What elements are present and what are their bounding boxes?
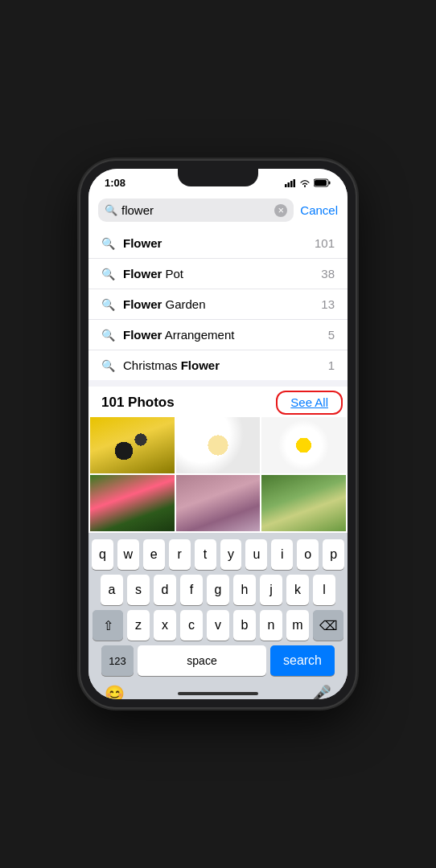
keyboard-row-3: ⇧ z x c v b n m ⌫ — [92, 610, 344, 641]
photos-section: 101 Photos See All — [88, 387, 348, 533]
key-k[interactable]: k — [286, 575, 309, 605]
svg-rect-1 — [288, 182, 290, 187]
search-key[interactable]: search — [270, 645, 335, 676]
suggestion-count-2: 38 — [321, 267, 335, 280]
photo-cell-2[interactable] — [176, 417, 261, 473]
suggestion-count-3: 13 — [321, 297, 335, 311]
photo-cell-4[interactable] — [90, 475, 175, 531]
suggestion-item-3[interactable]: 🔍 Flower Garden 13 — [88, 289, 348, 320]
photo-cell-1[interactable] — [90, 417, 175, 473]
key-a[interactable]: a — [101, 575, 123, 605]
search-bar-area: 🔍 flower Cancel — [88, 192, 348, 228]
key-b[interactable]: b — [233, 610, 256, 641]
see-all-button[interactable]: See All — [284, 392, 335, 412]
key-o[interactable]: o — [297, 539, 319, 570]
key-l[interactable]: l — [313, 575, 335, 605]
search-input[interactable]: flower — [121, 203, 270, 217]
delete-key[interactable]: ⌫ — [313, 610, 343, 641]
svg-rect-5 — [329, 182, 331, 185]
search-icon: 🔍 — [105, 204, 117, 216]
suggestion-text-1: Flower — [123, 236, 315, 250]
svg-rect-6 — [315, 180, 327, 186]
key-s[interactable]: s — [127, 575, 150, 605]
suggestion-text-5: Christmas Flower — [123, 358, 328, 372]
key-u[interactable]: u — [245, 539, 267, 570]
svg-rect-2 — [290, 181, 293, 187]
key-p[interactable]: p — [323, 539, 344, 570]
suggestion-text-4: Flower Arrangement — [123, 328, 328, 342]
suggestion-search-icon-1: 🔍 — [101, 237, 115, 250]
key-m[interactable]: m — [286, 610, 309, 641]
suggestion-item-4[interactable]: 🔍 Flower Arrangement 5 — [88, 320, 348, 350]
key-r[interactable]: r — [169, 539, 191, 570]
photo-cell-6[interactable] — [261, 475, 346, 531]
key-j[interactable]: j — [260, 575, 282, 605]
suggestion-text-3: Flower Garden — [123, 297, 321, 311]
key-e[interactable]: e — [143, 539, 165, 570]
battery-icon — [314, 178, 331, 187]
space-key[interactable]: space — [138, 645, 266, 676]
key-h[interactable]: h — [233, 575, 256, 605]
key-x[interactable]: x — [154, 610, 176, 641]
suggestion-search-icon-5: 🔍 — [101, 359, 115, 372]
suggestions-list: 🔍 Flower 101 🔍 Flower Pot 38 🔍 Flower Ga… — [88, 228, 348, 380]
key-w[interactable]: w — [117, 539, 139, 570]
phone-screen: 1:08 — [88, 169, 348, 699]
status-time: 1:08 — [105, 177, 125, 189]
cancel-button[interactable]: Cancel — [300, 203, 338, 217]
key-v[interactable]: v — [207, 610, 229, 641]
key-c[interactable]: c — [180, 610, 203, 641]
emoji-icon[interactable]: 😊 — [105, 684, 125, 699]
key-z[interactable]: z — [127, 610, 150, 641]
num-key[interactable]: 123 — [101, 645, 134, 676]
suggestion-search-icon-3: 🔍 — [101, 298, 115, 311]
key-y[interactable]: y — [220, 539, 242, 570]
home-indicator — [178, 692, 258, 695]
suggestion-text-2: Flower Pot — [123, 267, 321, 280]
wifi-icon — [299, 179, 311, 187]
microphone-icon[interactable]: 🎤 — [311, 684, 331, 699]
bottom-bar: 😊 🎤 — [88, 679, 348, 699]
key-d[interactable]: d — [154, 575, 176, 605]
key-n[interactable]: n — [260, 610, 282, 641]
suggestion-item[interactable]: 🔍 Flower 101 — [88, 228, 348, 259]
suggestion-count-1: 101 — [315, 236, 335, 250]
notch — [178, 169, 258, 186]
keyboard-row-4: 123 space search — [92, 645, 344, 676]
key-q[interactable]: q — [92, 539, 113, 570]
shift-key[interactable]: ⇧ — [93, 610, 123, 641]
clear-button[interactable] — [274, 204, 287, 217]
keyboard-row-1: q w e r t y u i o p — [92, 539, 344, 570]
svg-rect-0 — [285, 184, 287, 187]
photo-cell-5[interactable] — [176, 475, 261, 531]
key-i[interactable]: i — [271, 539, 293, 570]
suggestion-count-4: 5 — [328, 328, 335, 342]
suggestion-search-icon-2: 🔍 — [101, 268, 115, 280]
suggestion-item-2[interactable]: 🔍 Flower Pot 38 — [88, 259, 348, 289]
signal-icon — [285, 179, 296, 187]
keyboard-row-2: a s d f g h j k l — [92, 575, 344, 605]
suggestion-count-5: 1 — [328, 358, 335, 372]
svg-rect-3 — [294, 179, 296, 187]
key-f[interactable]: f — [180, 575, 203, 605]
search-input-wrapper[interactable]: 🔍 flower — [98, 199, 294, 222]
photos-title: 101 Photos — [101, 395, 175, 411]
suggestion-search-icon-4: 🔍 — [101, 329, 115, 342]
photo-grid — [88, 417, 348, 533]
see-all-wrapper: See All — [284, 395, 335, 410]
photos-header: 101 Photos See All — [88, 387, 348, 417]
status-icons — [285, 178, 331, 187]
photo-cell-3[interactable] — [261, 417, 346, 473]
phone-frame: 1:08 — [80, 161, 356, 707]
key-g[interactable]: g — [207, 575, 229, 605]
key-t[interactable]: t — [195, 539, 216, 570]
keyboard: q w e r t y u i o p a s d f g h j k — [88, 533, 348, 679]
suggestion-item-5[interactable]: 🔍 Christmas Flower 1 — [88, 350, 348, 380]
